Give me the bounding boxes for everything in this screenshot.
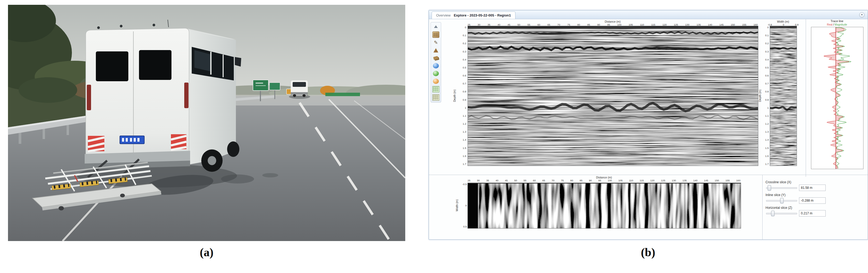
x-tick-label: 140 [693, 179, 698, 182]
y-tick-label: 1.2 [463, 122, 466, 125]
y-tick-label: 1.7 [463, 162, 466, 165]
y-tick-label: 0 [767, 26, 769, 29]
y-tick-label: 1.7 [765, 162, 769, 165]
y-tick-label: 1.2 [765, 122, 769, 125]
x-tick-label: 135 [682, 179, 687, 182]
x-tick-label: 30 [477, 179, 480, 182]
inline-slider-handle[interactable] [780, 198, 784, 204]
y-tick-label: 0.8 [463, 90, 466, 93]
y-tick-label: 1.6 [765, 154, 769, 157]
globe-orange-icon[interactable] [433, 78, 439, 84]
legend-separator: / [833, 23, 834, 26]
trace-legend: Real / Magnitude [811, 23, 863, 26]
main-radargram-view[interactable] [468, 26, 758, 166]
main-xaxis-title: Distance (m) [468, 20, 758, 23]
y-tick-label: 1.4 [463, 138, 466, 141]
crossline-slider-handle[interactable] [768, 185, 771, 191]
y-tick-label: 1.1 [765, 114, 769, 117]
survey-photo-svg [8, 5, 405, 241]
horizontal-slice-view[interactable] [468, 183, 741, 229]
y-tick-label: 0 [465, 204, 467, 207]
slice-yaxis-ticks: -0.500.5 [459, 183, 467, 228]
divider-vertical [806, 19, 806, 177]
x-tick-label: 155 [725, 179, 730, 182]
gpr-software-window: Overview Explore - 2023-05-22-005 - Regi… [429, 10, 868, 240]
inline-slider-track[interactable] [766, 200, 797, 202]
horizontal-slider-track[interactable] [766, 213, 797, 214]
taillight-right [184, 83, 188, 108]
cone-icon[interactable] [433, 48, 439, 53]
slice-xaxis-ticks: 2530354045505560657075808590951001051101… [468, 179, 741, 182]
main-yaxis-title: Depth (m) [453, 90, 456, 102]
map-icon[interactable] [432, 31, 439, 38]
y-tick-label: 1.6 [463, 154, 466, 157]
rear-window-left [96, 52, 128, 81]
side-mirror [235, 57, 241, 67]
grid-olive-icon[interactable] [432, 94, 439, 101]
y-tick-label: 0.8 [765, 90, 769, 93]
slice-xaxis-title: Distance (m) [468, 176, 741, 179]
inline-slider-label: Inline slice (Y) [766, 193, 864, 197]
y-tick-label: 0.2 [765, 42, 769, 45]
x-tick-label: 75 [561, 179, 564, 182]
x-tick-label: 40 [496, 179, 498, 182]
y-tick-label: 1 [465, 106, 466, 109]
globe-blue-icon[interactable] [433, 63, 439, 69]
width-panel-title: Width (m) [770, 20, 796, 23]
x-tick-label: 25 [468, 179, 470, 182]
x-tick-label: 45 [505, 179, 508, 182]
tab-overview-label[interactable]: Overview [436, 13, 451, 17]
y-tick-label: 1 [767, 106, 769, 109]
tab-explore[interactable]: Overview Explore - 2023-05-22-005 - Regi… [432, 11, 516, 19]
x-tick-label: 35 [486, 179, 489, 182]
rear-window-right [139, 50, 172, 80]
y-tick-label: 0.2 [463, 42, 466, 45]
y-tick-label: 0.4 [765, 58, 769, 61]
scroll-up-icon[interactable] [433, 24, 439, 30]
collapse-button[interactable]: ▾ [859, 12, 865, 18]
y-tick-label: 1.3 [765, 130, 769, 133]
crossline-value-input[interactable] [799, 185, 826, 191]
y-tick-label: 0.4 [463, 58, 466, 61]
x-tick-label: 65 [542, 179, 545, 182]
x-tick-label: 90 [589, 179, 592, 182]
x-tick-label: 110 [629, 179, 633, 182]
inline-value-input[interactable] [799, 198, 826, 204]
trace-line-view[interactable] [811, 27, 864, 169]
distant-vehicle [289, 81, 310, 99]
x-tick-label: 145 [704, 179, 708, 182]
tab-active-label: Explore - 2023-05-22-005 - Region1 [454, 13, 511, 17]
x-tick-label: 150 [715, 179, 719, 182]
grid-green-icon[interactable] [432, 86, 439, 92]
legend-real: Real [827, 23, 833, 26]
y-tick-label: 0.3 [463, 50, 466, 53]
x-tick-label: 80 [570, 179, 573, 182]
y-tick-label: 0.7 [463, 82, 466, 85]
y-tick-label: 0.5 [765, 66, 769, 69]
y-tick-label: 1.5 [765, 147, 769, 149]
front-wheel [227, 142, 239, 157]
y-tick-label: 1.5 [463, 147, 466, 149]
main-yaxis-ticks: 00.10.20.30.40.50.60.70.80.911.11.21.31.… [457, 26, 466, 165]
x-tick-label: 85 [580, 179, 583, 182]
divider-vertical-bottom [762, 175, 763, 239]
y-tick-label: 0.1 [765, 34, 769, 37]
x-tick-label: 100 [608, 179, 612, 182]
y-tick-label: 0.9 [765, 98, 769, 101]
y-tick-label: 0.5 [463, 225, 467, 228]
globe-green-icon[interactable] [433, 70, 439, 77]
horizontal-slider-handle[interactable] [771, 211, 775, 216]
x-tick-label: 130 [672, 179, 676, 182]
width-section-view[interactable] [770, 26, 797, 166]
x-tick-label: 105 [619, 179, 623, 182]
taillight-left [87, 85, 91, 110]
crossline-slider-track[interactable] [766, 187, 797, 189]
horizontal-slider-label: Horizontal slice (Z) [766, 206, 864, 210]
x-tick-label: 160 [736, 179, 741, 182]
pencil-icon[interactable] [433, 40, 439, 46]
x-tick-label: 125 [661, 179, 665, 182]
x-tick-label: 115 [640, 179, 644, 182]
horizontal-value-input[interactable] [799, 210, 826, 216]
stamp-icon[interactable] [433, 55, 439, 61]
x-tick-label: 60 [533, 179, 536, 182]
